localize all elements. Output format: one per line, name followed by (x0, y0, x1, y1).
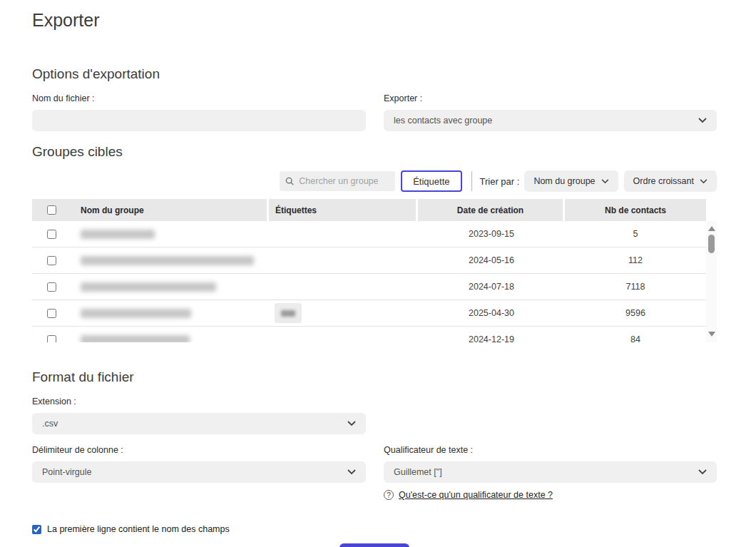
group-table-header: Nom du groupe Étiquettes Date de créatio… (32, 199, 706, 221)
row-created: 2024-07-18 (418, 282, 565, 292)
help-icon: ? (384, 490, 394, 500)
select-all-checkbox[interactable] (47, 205, 56, 215)
section-target-groups: Groupes cibles Étiquette Trier par : Nom… (32, 144, 717, 342)
sort-order-value: Ordre croissant (633, 176, 694, 186)
export-page: Exporter Options d'exportation Nom du fi… (0, 0, 756, 547)
tag-chip (275, 303, 302, 323)
header-cell-name: Nom du groupe (32, 199, 267, 221)
chevron-down-icon (601, 179, 609, 184)
chevron-down-icon (698, 469, 707, 475)
chevron-down-icon (700, 179, 708, 184)
chevron-down-icon (698, 118, 707, 123)
qualifier-select[interactable]: Guillemet ["] (384, 461, 717, 483)
first-line-checkbox[interactable] (32, 525, 41, 534)
header-cell-contacts: Nb de contacts (565, 199, 706, 221)
sort-order-select[interactable]: Ordre croissant (624, 170, 717, 192)
row-contacts: 112 (565, 255, 706, 265)
extension-value: .csv (42, 419, 58, 429)
chevron-down-icon (347, 421, 356, 426)
delimiter-value: Point-virgule (42, 467, 91, 477)
tag-filter-button[interactable]: Étiquette (401, 170, 461, 192)
delimiter-field: Délimiteur de colonne : Point-virgule (32, 445, 366, 500)
group-table: Nom du groupe Étiquettes Date de créatio… (32, 199, 717, 342)
sort-field-value: Nom du groupe (533, 176, 595, 186)
group-table-body: 2023-09-15 5 2024-05-16 112 2024-07-18 7… (32, 221, 706, 342)
table-row[interactable]: 2024-12-19 84 (32, 327, 706, 342)
scrollbar-up-icon[interactable] (708, 226, 715, 231)
sort-by-label: Trier par : (480, 176, 520, 187)
first-line-label[interactable]: La première ligne contient le nom des ch… (47, 524, 230, 534)
groups-heading: Groupes cibles (32, 144, 717, 160)
qualifier-value: Guillemet ["] (394, 467, 442, 477)
redacted-tag-text (281, 310, 295, 317)
export-target-value: les contacts avec groupe (394, 116, 492, 126)
redacted-group-name (81, 335, 190, 343)
redacted-group-name (81, 282, 216, 292)
filename-input[interactable] (32, 110, 366, 131)
qualifier-help-link[interactable]: Qu'est-ce qu'un qualificateur de texte ? (399, 490, 553, 500)
row-created: 2024-12-19 (418, 334, 565, 342)
redacted-group-name (81, 256, 254, 265)
export-button[interactable]: Exporter (339, 543, 410, 547)
row-contacts: 5 (565, 229, 706, 239)
qualifier-field: Qualificateur de texte : Guillemet ["] ?… (384, 445, 717, 500)
row-contacts: 84 (565, 334, 706, 342)
page-title: Exporter (32, 0, 717, 31)
extension-label: Extension : (32, 397, 366, 407)
search-icon (285, 176, 294, 186)
row-contacts: 9596 (565, 308, 706, 318)
header-cell-created: Date de création (418, 199, 563, 221)
table-row[interactable]: 2024-07-18 7118 (32, 274, 706, 300)
redacted-group-name (81, 230, 155, 239)
filename-label: Nom du fichier : (32, 93, 366, 103)
row-created: 2023-09-15 (418, 229, 565, 239)
delimiter-select[interactable]: Point-virgule (32, 461, 366, 483)
format-heading: Format du fichier (32, 369, 717, 385)
export-target-label: Exporter : (384, 93, 717, 103)
group-search-input[interactable] (299, 176, 389, 186)
extension-field: Extension : .csv (32, 397, 366, 434)
table-row[interactable]: 2024-05-16 112 (32, 247, 706, 274)
first-line-option: La première ligne contient le nom des ch… (32, 524, 717, 534)
header-cell-tags: Étiquettes (269, 199, 416, 221)
row-created: 2025-04-30 (418, 308, 565, 318)
row-checkbox[interactable] (47, 335, 56, 343)
redacted-group-name (81, 309, 191, 318)
export-target-select[interactable]: les contacts avec groupe (384, 110, 717, 131)
row-contacts: 7118 (565, 282, 706, 292)
toolbar-divider (471, 171, 472, 191)
scrollbar-thumb[interactable] (708, 235, 715, 253)
scrollbar-down-icon[interactable] (708, 332, 715, 337)
section-file-format: Format du fichier Extension : .csv Délim… (32, 369, 717, 500)
row-created: 2024-05-16 (418, 255, 565, 265)
qualifier-label: Qualificateur de texte : (384, 445, 717, 455)
extension-select[interactable]: .csv (32, 413, 366, 434)
table-row[interactable]: 2025-04-30 9596 (32, 300, 706, 327)
row-checkbox[interactable] (47, 256, 56, 265)
table-row[interactable]: 2023-09-15 5 (32, 221, 706, 247)
table-scrollbar[interactable] (706, 221, 717, 342)
delimiter-label: Délimiteur de colonne : (32, 445, 366, 455)
row-checkbox[interactable] (47, 230, 56, 239)
chevron-down-icon (347, 469, 356, 475)
sort-field-select[interactable]: Nom du groupe (524, 170, 618, 192)
group-search[interactable] (280, 171, 395, 191)
row-checkbox[interactable] (47, 309, 56, 318)
groups-toolbar: Étiquette Trier par : Nom du groupe Ordr… (32, 170, 717, 192)
row-checkbox[interactable] (47, 282, 56, 292)
options-heading: Options d'exportation (32, 66, 717, 82)
section-export-options: Options d'exportation Nom du fichier : E… (32, 66, 717, 131)
